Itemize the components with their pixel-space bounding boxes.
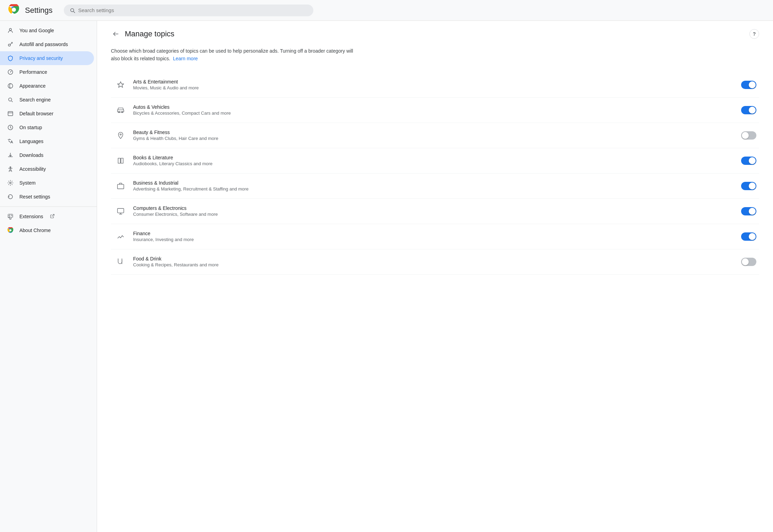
toggle-track-beauty-fitness[interactable] (741, 131, 756, 140)
computer-icon (114, 204, 128, 218)
sidebar-item-accessibility[interactable]: Accessibility (0, 162, 94, 176)
back-button[interactable] (111, 29, 121, 39)
sidebar-item-you-and-google[interactable]: You and Google (0, 24, 94, 37)
toggle-track-food-drink[interactable] (741, 258, 756, 266)
toggle-track-finance[interactable] (741, 232, 756, 241)
speedometer-icon (7, 69, 14, 76)
svg-rect-9 (8, 112, 13, 116)
toggle-thumb-beauty-fitness (742, 132, 749, 139)
main-layout: You and GoogleAutofill and passwordsPriv… (0, 21, 773, 532)
toggle-thumb-books-literature (749, 157, 756, 164)
toggle-thumb-arts-entertainment (749, 81, 756, 88)
svg-point-11 (10, 167, 11, 168)
back-arrow-icon (112, 30, 119, 37)
topic-sub-beauty-fitness: Gyms & Health Clubs, Hair Care and more (133, 136, 736, 141)
topic-name-beauty-fitness: Beauty & Fitness (133, 130, 736, 135)
sidebar-item-appearance[interactable]: Appearance (0, 79, 94, 93)
browser-icon (7, 110, 14, 117)
toggle-books-literature[interactable] (741, 157, 756, 165)
search-bar (64, 5, 313, 16)
search-input[interactable] (78, 7, 308, 13)
topic-name-arts-entertainment: Arts & Entertainment (133, 79, 736, 85)
content-area: Manage topics ? Choose which broad categ… (97, 21, 773, 532)
topic-item-business-industrial: Business & IndustrialAdvertising & Marke… (111, 174, 759, 199)
toggle-thumb-business-industrial (749, 183, 756, 189)
toggle-beauty-fitness[interactable] (741, 131, 756, 140)
sidebar-item-label-privacy-security: Privacy and security (19, 55, 63, 61)
sidebar-item-search-engine[interactable]: Search engine (0, 93, 94, 107)
sidebar-item-downloads[interactable]: Downloads (0, 148, 94, 162)
external-link-icon (50, 214, 55, 220)
toggle-arts-entertainment[interactable] (741, 81, 756, 89)
appearance-icon (7, 82, 14, 89)
toggle-computers-electronics[interactable] (741, 207, 756, 215)
sidebar-item-reset-settings[interactable]: Reset settings (0, 190, 94, 204)
search-icon (69, 7, 76, 14)
topic-name-autos-vehicles: Autos & Vehicles (133, 104, 736, 110)
book-icon (114, 154, 128, 168)
topic-sub-business-industrial: Advertising & Marketing, Recruitment & S… (133, 186, 736, 192)
content-header: Manage topics ? (111, 29, 759, 39)
accessibility-icon (7, 166, 14, 172)
svg-point-2 (12, 8, 16, 12)
finance-icon (114, 230, 128, 243)
toggle-finance[interactable] (741, 232, 756, 241)
topic-sub-arts-entertainment: Movies, Music & Audio and more (133, 85, 736, 90)
extensions-icon (7, 213, 14, 220)
sidebar-item-label-accessibility: Accessibility (19, 166, 46, 172)
topic-item-food-drink: Food & DrinkCooking & Recipes, Restauran… (111, 249, 759, 275)
topic-name-business-industrial: Business & Industrial (133, 180, 736, 186)
toggle-business-industrial[interactable] (741, 182, 756, 190)
toggle-food-drink[interactable] (741, 258, 756, 266)
business-icon (114, 179, 128, 193)
sidebar-item-about-chrome[interactable]: About Chrome (0, 223, 94, 237)
toggle-thumb-computers-electronics (749, 208, 756, 215)
topic-list: Arts & EntertainmentMovies, Music & Audi… (111, 72, 759, 275)
description-text: Choose which broad categories of topics … (111, 47, 354, 63)
toggle-track-business-industrial[interactable] (741, 182, 756, 190)
topic-item-finance: FinanceInsurance, Investing and more (111, 224, 759, 249)
toggle-track-books-literature[interactable] (741, 157, 756, 165)
car-icon (114, 103, 128, 117)
section-title: Manage topics (125, 29, 174, 38)
shield-icon (7, 55, 14, 62)
help-button[interactable]: ? (749, 29, 759, 39)
sidebar-item-label-search-engine: Search engine (19, 97, 51, 103)
toggle-thumb-autos-vehicles (749, 107, 756, 114)
sidebar-item-label-default-browser: Default browser (19, 111, 53, 116)
toggle-track-autos-vehicles[interactable] (741, 106, 756, 114)
download-icon (7, 152, 14, 159)
topic-item-beauty-fitness: Beauty & FitnessGyms & Health Clubs, Hai… (111, 123, 759, 148)
sidebar-item-label-performance: Performance (19, 69, 47, 75)
arts-icon (114, 78, 128, 92)
sidebar-item-label-downloads: Downloads (19, 152, 43, 158)
toggle-autos-vehicles[interactable] (741, 106, 756, 114)
sidebar-item-extensions[interactable]: Extensions (0, 210, 94, 223)
svg-rect-19 (118, 184, 124, 189)
topic-sub-books-literature: Audiobooks, Literary Classics and more (133, 161, 736, 166)
sidebar-item-label-extensions: Extensions (19, 214, 43, 219)
topic-name-books-literature: Books & Literature (133, 155, 736, 160)
sidebar-item-label-autofill-passwords: Autofill and passwords (19, 42, 68, 47)
sidebar-item-on-startup[interactable]: On startup (0, 121, 94, 134)
topic-sub-autos-vehicles: Bicycles & Accessories, Compact Cars and… (133, 110, 736, 116)
sidebar-item-system[interactable]: System (0, 176, 94, 190)
page-title: Settings (25, 6, 53, 15)
topic-item-arts-entertainment: Arts & EntertainmentMovies, Music & Audi… (111, 72, 759, 98)
svg-rect-20 (118, 209, 124, 213)
reset-icon (7, 193, 14, 200)
learn-more-link[interactable]: Learn more (173, 56, 198, 61)
svg-point-4 (8, 44, 10, 46)
sidebar-item-label-system: System (19, 180, 36, 186)
sidebar-item-autofill-passwords[interactable]: Autofill and passwords (0, 37, 94, 51)
sidebar-item-default-browser[interactable]: Default browser (0, 107, 94, 121)
sidebar-item-privacy-security[interactable]: Privacy and security (0, 51, 94, 65)
beauty-icon (114, 128, 128, 142)
sidebar-item-label-on-startup: On startup (19, 125, 42, 130)
toggle-track-computers-electronics[interactable] (741, 207, 756, 215)
sidebar-item-label-you-and-google: You and Google (19, 28, 54, 33)
toggle-track-arts-entertainment[interactable] (741, 81, 756, 89)
sidebar-item-languages[interactable]: Languages (0, 134, 94, 148)
topic-sub-computers-electronics: Consumer Electronics, Software and more (133, 212, 736, 217)
sidebar-item-performance[interactable]: Performance (0, 65, 94, 79)
